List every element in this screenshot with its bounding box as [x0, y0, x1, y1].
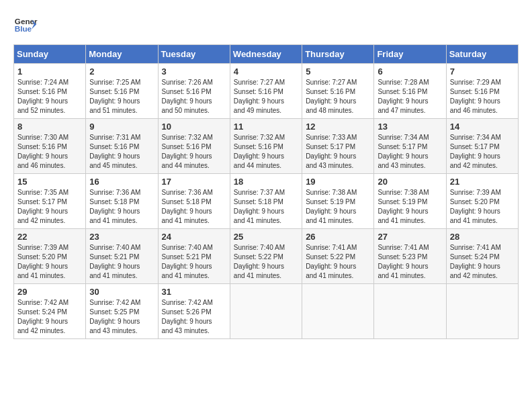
calendar-cell: 3Sunrise: 7:26 AMSunset: 5:16 PMDaylight… — [158, 64, 230, 119]
cell-text: Sunrise: 7:36 AMSunset: 5:18 PMDaylight:… — [162, 188, 226, 226]
calendar-cell: 14Sunrise: 7:34 AMSunset: 5:17 PMDayligh… — [446, 119, 518, 174]
calendar-cell: 6Sunrise: 7:28 AMSunset: 5:16 PMDaylight… — [374, 64, 446, 119]
calendar-cell: 15Sunrise: 7:35 AMSunset: 5:17 PMDayligh… — [14, 174, 86, 229]
calendar-cell: 1Sunrise: 7:24 AMSunset: 5:16 PMDaylight… — [14, 64, 86, 119]
cell-text: Sunrise: 7:41 AMSunset: 5:22 PMDaylight:… — [306, 243, 370, 281]
calendar-cell: 17Sunrise: 7:36 AMSunset: 5:18 PMDayligh… — [158, 174, 230, 229]
cell-text: Sunrise: 7:36 AMSunset: 5:18 PMDaylight:… — [89, 188, 154, 226]
cell-text: Sunrise: 7:38 AMSunset: 5:19 PMDaylight:… — [378, 188, 442, 226]
calendar-cell: 28Sunrise: 7:41 AMSunset: 5:24 PMDayligh… — [446, 229, 518, 284]
day-number: 7 — [450, 66, 515, 77]
calendar-cell — [302, 284, 374, 339]
calendar-cell: 20Sunrise: 7:38 AMSunset: 5:19 PMDayligh… — [374, 174, 446, 229]
day-number: 22 — [17, 232, 82, 242]
calendar-cell — [230, 284, 302, 339]
logo-icon: General Blue — [13, 13, 38, 38]
cell-text: Sunrise: 7:40 AMSunset: 5:22 PMDaylight:… — [234, 243, 298, 281]
day-number: 20 — [378, 177, 442, 187]
calendar-header-wednesday: Wednesday — [230, 45, 302, 64]
calendar-cell: 30Sunrise: 7:42 AMSunset: 5:25 PMDayligh… — [86, 284, 158, 339]
calendar-cell: 25Sunrise: 7:40 AMSunset: 5:22 PMDayligh… — [230, 229, 302, 284]
calendar-cell: 19Sunrise: 7:38 AMSunset: 5:19 PMDayligh… — [302, 174, 374, 229]
day-number: 4 — [234, 66, 298, 77]
cell-text: Sunrise: 7:40 AMSunset: 5:21 PMDaylight:… — [162, 243, 226, 281]
calendar-cell: 29Sunrise: 7:42 AMSunset: 5:24 PMDayligh… — [14, 284, 86, 339]
day-number: 15 — [17, 177, 82, 187]
calendar-cell: 4Sunrise: 7:27 AMSunset: 5:16 PMDaylight… — [230, 64, 302, 119]
svg-text:Blue: Blue — [15, 24, 32, 33]
cell-text: Sunrise: 7:41 AMSunset: 5:24 PMDaylight:… — [450, 243, 515, 281]
day-number: 19 — [306, 177, 370, 187]
calendar-cell: 16Sunrise: 7:36 AMSunset: 5:18 PMDayligh… — [86, 174, 158, 229]
cell-text: Sunrise: 7:33 AMSunset: 5:17 PMDaylight:… — [306, 133, 370, 171]
calendar-cell: 9Sunrise: 7:31 AMSunset: 5:16 PMDaylight… — [86, 119, 158, 174]
calendar-header-saturday: Saturday — [446, 45, 518, 64]
day-number: 18 — [234, 177, 298, 187]
calendar-cell: 13Sunrise: 7:34 AMSunset: 5:17 PMDayligh… — [374, 119, 446, 174]
calendar-cell: 27Sunrise: 7:41 AMSunset: 5:23 PMDayligh… — [374, 229, 446, 284]
calendar-week-4: 22Sunrise: 7:39 AMSunset: 5:20 PMDayligh… — [14, 229, 519, 284]
day-number: 31 — [162, 287, 226, 297]
day-number: 25 — [234, 232, 298, 242]
calendar-cell: 23Sunrise: 7:40 AMSunset: 5:21 PMDayligh… — [86, 229, 158, 284]
cell-text: Sunrise: 7:27 AMSunset: 5:16 PMDaylight:… — [234, 78, 298, 116]
cell-text: Sunrise: 7:37 AMSunset: 5:18 PMDaylight:… — [234, 188, 298, 226]
calendar-cell: 22Sunrise: 7:39 AMSunset: 5:20 PMDayligh… — [14, 229, 86, 284]
day-number: 17 — [162, 177, 226, 187]
calendar-cell: 2Sunrise: 7:25 AMSunset: 5:16 PMDaylight… — [86, 64, 158, 119]
day-number: 8 — [17, 122, 82, 132]
calendar-cell: 21Sunrise: 7:39 AMSunset: 5:20 PMDayligh… — [446, 174, 518, 229]
day-number: 21 — [450, 177, 515, 187]
day-number: 11 — [234, 122, 298, 132]
cell-text: Sunrise: 7:41 AMSunset: 5:23 PMDaylight:… — [378, 243, 442, 281]
calendar-cell: 18Sunrise: 7:37 AMSunset: 5:18 PMDayligh… — [230, 174, 302, 229]
day-number: 10 — [162, 122, 226, 132]
calendar-cell: 10Sunrise: 7:32 AMSunset: 5:16 PMDayligh… — [158, 119, 230, 174]
day-number: 9 — [89, 122, 154, 132]
calendar-cell: 8Sunrise: 7:30 AMSunset: 5:16 PMDaylight… — [14, 119, 86, 174]
calendar-week-3: 15Sunrise: 7:35 AMSunset: 5:17 PMDayligh… — [14, 174, 519, 229]
cell-text: Sunrise: 7:25 AMSunset: 5:16 PMDaylight:… — [89, 78, 154, 116]
calendar-header-thursday: Thursday — [302, 45, 374, 64]
day-number: 30 — [89, 287, 154, 297]
day-number: 14 — [450, 122, 515, 132]
day-number: 13 — [378, 122, 442, 132]
calendar-cell: 11Sunrise: 7:32 AMSunset: 5:16 PMDayligh… — [230, 119, 302, 174]
day-number: 29 — [17, 287, 82, 297]
day-number: 6 — [378, 66, 442, 77]
calendar-cell: 5Sunrise: 7:27 AMSunset: 5:16 PMDaylight… — [302, 64, 374, 119]
day-number: 23 — [89, 232, 154, 242]
cell-text: Sunrise: 7:27 AMSunset: 5:16 PMDaylight:… — [306, 78, 370, 116]
day-number: 5 — [306, 66, 370, 77]
day-number: 24 — [162, 232, 226, 242]
calendar-cell — [374, 284, 446, 339]
calendar: SundayMondayTuesdayWednesdayThursdayFrid… — [13, 44, 519, 339]
day-number: 2 — [89, 66, 154, 77]
calendar-cell: 7Sunrise: 7:29 AMSunset: 5:16 PMDaylight… — [446, 64, 518, 119]
cell-text: Sunrise: 7:32 AMSunset: 5:16 PMDaylight:… — [234, 133, 298, 171]
cell-text: Sunrise: 7:31 AMSunset: 5:16 PMDaylight:… — [89, 133, 154, 171]
cell-text: Sunrise: 7:32 AMSunset: 5:16 PMDaylight:… — [162, 133, 226, 171]
day-number: 27 — [378, 232, 442, 242]
cell-text: Sunrise: 7:42 AMSunset: 5:24 PMDaylight:… — [17, 298, 82, 336]
calendar-week-5: 29Sunrise: 7:42 AMSunset: 5:24 PMDayligh… — [14, 284, 519, 339]
cell-text: Sunrise: 7:29 AMSunset: 5:16 PMDaylight:… — [450, 78, 515, 116]
cell-text: Sunrise: 7:40 AMSunset: 5:21 PMDaylight:… — [89, 243, 154, 281]
calendar-header-sunday: Sunday — [14, 45, 86, 64]
cell-text: Sunrise: 7:28 AMSunset: 5:16 PMDaylight:… — [378, 78, 442, 116]
calendar-header-row: SundayMondayTuesdayWednesdayThursdayFrid… — [14, 45, 519, 64]
day-number: 16 — [89, 177, 154, 187]
calendar-cell: 24Sunrise: 7:40 AMSunset: 5:21 PMDayligh… — [158, 229, 230, 284]
calendar-cell: 31Sunrise: 7:42 AMSunset: 5:26 PMDayligh… — [158, 284, 230, 339]
calendar-cell: 12Sunrise: 7:33 AMSunset: 5:17 PMDayligh… — [302, 119, 374, 174]
day-number: 28 — [450, 232, 515, 242]
cell-text: Sunrise: 7:42 AMSunset: 5:25 PMDaylight:… — [89, 298, 154, 336]
day-number: 12 — [306, 122, 370, 132]
calendar-cell — [446, 284, 518, 339]
cell-text: Sunrise: 7:34 AMSunset: 5:17 PMDaylight:… — [450, 133, 515, 171]
day-number: 26 — [306, 232, 370, 242]
cell-text: Sunrise: 7:30 AMSunset: 5:16 PMDaylight:… — [17, 133, 82, 171]
calendar-week-2: 8Sunrise: 7:30 AMSunset: 5:16 PMDaylight… — [14, 119, 519, 174]
logo: General Blue — [13, 13, 38, 38]
cell-text: Sunrise: 7:34 AMSunset: 5:17 PMDaylight:… — [378, 133, 442, 171]
